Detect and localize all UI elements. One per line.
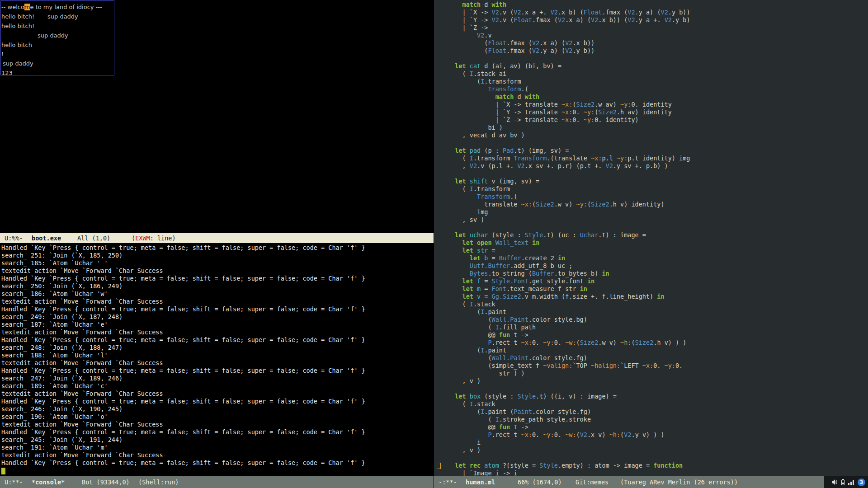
code-line: @@ fun t -> — [448, 423, 868, 431]
console-log-line: search_ 247: `Join (`X, 189, 246) — [1, 375, 434, 382]
console-modeline[interactable]: U:**- *console* Bot (93344,0) (Shell:run… — [0, 476, 434, 488]
console-log-line: search_ 186: `Atom `Uchar 'w' — [1, 290, 434, 298]
mode-rest: : line) — [150, 235, 176, 242]
modeline-mode[interactable]: (Shell:run) — [138, 476, 179, 488]
console-buffer[interactable]: Handled `Key `Press { control = true; me… — [0, 243, 434, 476]
code-line — [448, 454, 868, 462]
code-line: let f = Style.Font.get style.font in — [448, 277, 868, 285]
boot-text-line: -- welcome to my land of idiocy --- — [1, 4, 102, 10]
modeline-position: All (1,0) — [77, 233, 110, 243]
modeline-flags: U:%%- — [5, 233, 23, 243]
code-line: let box (style : Style.t) ((i, v) : imag… — [448, 393, 868, 400]
code-line: (Float.fmax (V2.y a) (V2.y b)) — [448, 47, 868, 55]
modeline-mode[interactable]: (EXWM: line) — [132, 233, 176, 243]
console-log-line: search_ 185: `Atom `Uchar ' ' — [1, 259, 434, 267]
console-log-line: textedit action `Move `Forward `Char Suc… — [1, 267, 434, 275]
console-log-line: search_ 251: `Join (`X, 185, 250) — [1, 252, 434, 259]
boot-app-cursor: m — [24, 4, 30, 10]
console-log-line: search_ 246: `Join (`X, 190, 245) — [1, 405, 434, 413]
console-log-line: Handled `Key `Press { control = true; me… — [1, 398, 434, 405]
boot-text-line: hello bitch — [1, 42, 32, 48]
console-log-line: textedit action `Move `Forward `Char Suc… — [1, 451, 434, 459]
code-line: ( I.transform — [448, 185, 868, 193]
code-line: ( I.fill_path — [448, 324, 868, 331]
code-line: let pad (p : Pad.t) (img, sv) = — [448, 147, 868, 155]
code-line: Transform.( — [448, 85, 868, 93]
volume-icon[interactable] — [831, 479, 838, 485]
notification-badge[interactable]: 3 — [858, 479, 865, 486]
code-line: let b = Buffer.create 2 in — [448, 254, 868, 262]
code-line: bi ) — [448, 124, 868, 131]
code-line: P.rect t ~x:0. ~y:0. ~w:(V2.x v) ~h:(V2.… — [448, 431, 868, 439]
code-line: (Wall.Paint.color style.fg) — [448, 354, 868, 362]
text-cursor — [1, 468, 5, 474]
code-line: ( I.transform Transform.(translate ~x:p.… — [448, 155, 868, 162]
code-line: (simple_text f ~valign:`TOP ~halign:`LEF… — [448, 362, 868, 370]
code-line: str ) ) — [448, 370, 868, 377]
boot-modeline[interactable]: U:%%- boot.exe All (1,0) (EXWM: line) — [0, 233, 434, 243]
code-line — [448, 55, 868, 62]
code-line: V2.v — [448, 32, 868, 39]
battery-icon[interactable] — [841, 479, 845, 485]
git-branch-indicator[interactable]: Git:memes — [576, 476, 609, 488]
console-log-line: search_ 190: `Atom `Uchar 'o' — [1, 413, 434, 421]
console-log-line: search_ 249: `Join (`X, 187, 248) — [1, 313, 434, 321]
console-log-line: textedit action `Move `Forward `Char Suc… — [1, 298, 434, 305]
mode-name: EXWM — [135, 235, 150, 242]
console-log-line: search_ 250: `Join (`X, 186, 249) — [1, 282, 434, 290]
boot-text-line: 123 — [1, 70, 13, 76]
console-log-line: search_ 191: `Atom `Uchar 'm' — [1, 444, 434, 451]
code-line: match d with — [448, 1, 868, 9]
code-line: ( I.stroke_path style.stroke — [448, 416, 868, 423]
code-line: (I.paint — [448, 347, 868, 354]
boot-text-line: sup daddy — [38, 32, 68, 39]
human-modeline[interactable]: -:**- human.ml 66% (1674,0) Git:memes (T… — [434, 476, 868, 488]
code-line: | `Y -> V2.v (Float.fmax (V2.x a) (V2.x … — [448, 16, 868, 24]
code-line: | `Y -> translate ~x:0. ~y:(Size2.h av) … — [448, 108, 868, 116]
code-line: ( I.stack ai — [448, 70, 868, 78]
code-line: | `Z -> — [448, 24, 868, 32]
code-line: (Wall.Paint.color style.bg) — [448, 316, 868, 324]
code-line: , V2.v (p.l +. V2.x sv +. p.r) (p.t +. V… — [448, 162, 868, 170]
code-line: | `Z -> translate ~x:0. ~y:0. identity) — [448, 116, 868, 124]
boot-text-line: hello bitch! — [1, 23, 34, 29]
console-log-line: search_ 245: `Join (`X, 191, 244) — [1, 436, 434, 444]
network-signal-icon[interactable] — [848, 479, 854, 485]
code-line — [448, 170, 868, 178]
code-line: let shift v (img, sv) = — [448, 178, 868, 185]
console-log-line: textedit action `Move `Forward `Char Suc… — [1, 390, 434, 398]
boot-exe-window[interactable]: -- welcome to my land of idiocy ---hello… — [0, 0, 434, 233]
code-line: | `X -> translate ~x:(Size2.w av) ~y:0. … — [448, 101, 868, 108]
console-log-line: textedit action `Move `Forward `Char Suc… — [1, 359, 434, 367]
code-window[interactable]: match d with | `X -> V2.v (V2.x a +. V2.… — [434, 0, 868, 488]
modeline-flags: U:**- — [5, 476, 23, 488]
code-line: let v = Gg.Size2.v m.width (f.size +. f.… — [448, 293, 868, 300]
modeline-buffer-name[interactable]: boot.exe — [32, 233, 61, 243]
console-log-line: Handled `Key `Press { control = true; me… — [1, 305, 434, 313]
code-line — [448, 385, 868, 393]
code-line: ( I.stack — [448, 400, 868, 408]
code-line: let open Wall_text in — [448, 239, 868, 247]
console-log-line: Handled `Key `Press { control = true; me… — [1, 244, 434, 252]
inactive-cursor — [437, 463, 441, 469]
console-log-line: Handled `Key `Press { control = true; me… — [1, 459, 434, 467]
modeline-buffer-name[interactable]: *console* — [32, 476, 65, 488]
modeline-buffer-name[interactable]: human.ml — [466, 476, 495, 488]
code-line: i — [448, 439, 868, 446]
mode-paren: ( — [132, 235, 135, 242]
console-log-line: Handled `Key `Press { control = true; me… — [1, 428, 434, 436]
code-line — [448, 139, 868, 147]
console-log-line: search_ 248: `Join (`X, 188, 247) — [1, 344, 434, 352]
code-line: , sv ) — [448, 216, 868, 224]
code-line: | `Image i -> i — [448, 469, 868, 476]
console-log-line: textedit action `Move `Forward `Char Suc… — [1, 421, 434, 428]
code-line: (I.paint (Paint.color style.fg) — [448, 408, 868, 416]
code-line: Bytes.to_string (Buffer.to_bytes b) in — [448, 270, 868, 277]
code-line: @@ fun t -> — [448, 331, 868, 339]
code-line: translate ~x:(Size2.w v) ~y:(Size2.h v) … — [448, 201, 868, 208]
boot-text-line: sup daddy — [3, 60, 33, 67]
modeline-mode[interactable]: (Tuareg ARev Merlin (26 errors)) — [620, 476, 738, 488]
code-buffer[interactable]: match d with | `X -> V2.v (V2.x a +. V2.… — [434, 0, 868, 476]
code-line: let uchar (style : Style.t) (uc : Uchar.… — [448, 231, 868, 239]
boot-text-line: ! — [1, 51, 4, 57]
